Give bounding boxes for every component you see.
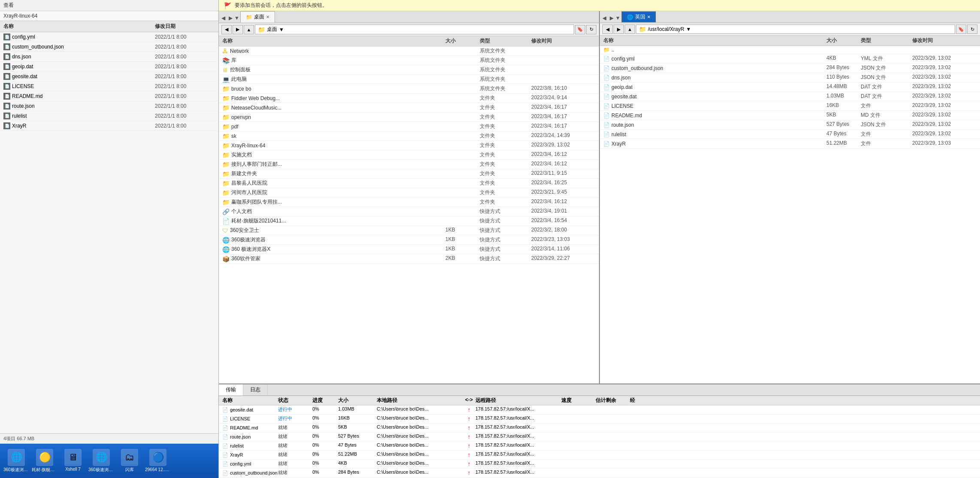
- desktop-file-row[interactable]: 💻 此电脑 系统文件夹: [219, 75, 599, 84]
- transfer-file-icon: 📄: [222, 461, 228, 467]
- taskbar-item[interactable]: 🌐 360极速浏览器X: [3, 449, 29, 473]
- transfer-row[interactable]: 📄 XrayR 就绪 0% 51.22MB C:\Users\bruce bo\…: [219, 451, 980, 460]
- col-date-header[interactable]: 修改时间: [531, 37, 596, 45]
- desktop-file-row[interactable]: 📁 sk 文件夹 2022/3/24, 14:39: [219, 131, 599, 141]
- remote-tab[interactable]: 🌐 英国 ✕: [621, 11, 656, 23]
- desktop-file-row[interactable]: 🛡 360安全卫士 1KB 快捷方式 2022/3/2, 18:00: [219, 226, 599, 235]
- remote-nav-fwd-btn[interactable]: ▶: [609, 13, 614, 23]
- desktop-file-row[interactable]: 📦 360软件管家 2KB 快捷方式 2022/3/29, 22:27: [219, 254, 599, 264]
- transfer-row[interactable]: 📄 config.yml 就绪 0% 4KB C:\Users\bruce bo…: [219, 460, 980, 469]
- bookmark-btn[interactable]: 🔖: [575, 25, 585, 34]
- transfer-row[interactable]: 📄 LICENSE 进行中 0% 16KB C:\Users\bruce bo\…: [219, 414, 980, 423]
- desktop-tab-close[interactable]: ✕: [266, 15, 269, 19]
- desktop-file-row[interactable]: 📁 NeteaseCloudMusic... 文件夹 2022/3/4, 16:…: [219, 103, 599, 113]
- remote-up-btn[interactable]: ▲: [625, 24, 635, 34]
- remote-file-row[interactable]: 📄 config.yml 4KB YML 文件 2022/3/29, 13:02: [600, 54, 980, 64]
- remote-file-row[interactable]: 📁 ..: [600, 46, 980, 54]
- remote-col-date-header[interactable]: 修改时间: [912, 37, 977, 44]
- remote-file-row[interactable]: 📄 rulelist 47 Bytes 文件 2022/3/29, 13:02: [600, 130, 980, 139]
- transfer-row[interactable]: 📄 custom_outbound.json 就绪 0% 284 Bytes C…: [219, 469, 980, 478]
- desktop-file-row[interactable]: 📄 耗材-旗舰版20210411... 快捷方式 2022/3/4, 16:54: [219, 216, 599, 226]
- desktop-file-row[interactable]: 📁 新建文件夹 文件夹 2022/3/11, 9:15: [219, 169, 599, 179]
- path-dropdown-btn[interactable]: ▼: [279, 27, 284, 33]
- remote-col-type-header[interactable]: 类型: [861, 37, 912, 44]
- left-panel-status: 4项目 66.7 MB: [0, 433, 218, 444]
- transfer-row[interactable]: 📄 rulelist 就绪 0% 47 Bytes C:\Users\bruce…: [219, 441, 980, 451]
- desktop-file-row[interactable]: 📚 库 系统文件夹: [219, 56, 599, 65]
- remote-file-row[interactable]: 📄 custom_outbound.json 284 Bytes JSON 文件…: [600, 64, 980, 73]
- tab-transfer[interactable]: 传输: [219, 384, 243, 396]
- left-file-row[interactable]: 📄 XrayR 2022/1/1 8:00: [0, 121, 218, 131]
- remote-bookmark-btn[interactable]: 🔖: [956, 24, 966, 34]
- col-name-header[interactable]: 名称: [222, 37, 445, 45]
- tab-log[interactable]: 日志: [243, 384, 268, 396]
- taskbar-item[interactable]: 🔵 29664 12... 监库下载...: [145, 449, 171, 473]
- col-size-header[interactable]: 大小: [445, 37, 480, 45]
- desktop-file-row[interactable]: 📁 昌黎县人民医院 文件夹 2022/3/4, 16:25: [219, 179, 599, 188]
- remote-file-row[interactable]: 📄 route.json 527 Bytes JSON 文件 2022/3/29…: [600, 120, 980, 130]
- nav-down-btn[interactable]: ▼: [233, 13, 240, 23]
- refresh-btn[interactable]: ↻: [586, 25, 596, 34]
- desktop-panel: ◀ ▶ ▲ 📁 桌面 ▼ 🔖 ↻ 名称 大小 类型 修改时间: [219, 23, 600, 384]
- back-btn[interactable]: ◀: [221, 25, 232, 34]
- left-file-row[interactable]: 📄 LICENSE 2022/1/1 8:00: [0, 82, 218, 91]
- transfer-row[interactable]: 📄 geosite.dat 进行中 0% 1.03MB C:\Users\bru…: [219, 405, 980, 414]
- left-panel-header: 查看: [0, 0, 218, 11]
- desktop-file-row[interactable]: 🖧 Network 系统文件夹: [219, 46, 599, 56]
- nav-fwd-btn[interactable]: ▶: [228, 13, 233, 23]
- desktop-file-row[interactable]: 🖥 控制面板 系统文件夹: [219, 65, 599, 75]
- left-file-row[interactable]: 📄 geoip.dat 2022/1/1 8:00: [0, 62, 218, 72]
- remote-file-row[interactable]: 📄 geoip.dat 14.48MB DAT 文件 2022/3/29, 13…: [600, 82, 980, 92]
- taskbar-item[interactable]: 🖥 Xshell 7: [60, 449, 86, 473]
- upload-arrow-icon: ↑: [468, 415, 471, 422]
- transfer-row[interactable]: 📄 route.json 就绪 0% 527 Bytes C:\Users\br…: [219, 432, 980, 441]
- left-file-table-header: 名称 修改日期: [0, 21, 218, 32]
- left-file-row[interactable]: 📄 config.yml 2022/1/1 8:00: [0, 32, 218, 42]
- desktop-file-row[interactable]: 📁 XrayR-linux-64 文件夹 2022/3/29, 13:02: [219, 141, 599, 150]
- file-type-icon: 📁: [222, 152, 230, 158]
- desktop-file-row[interactable]: 🌐 360极速浏览器 1KB 快捷方式 2022/3/23, 13:03: [219, 235, 599, 245]
- remote-path-bar: 📁 /usr/local/XrayR ▼: [636, 24, 955, 34]
- desktop-file-row[interactable]: 📁 bruce bo 系统文件夹 2022/3/8, 16:10: [219, 84, 599, 94]
- desktop-file-row[interactable]: 📁 接到人事部门转正邮... 文件夹 2022/3/4, 16:12: [219, 160, 599, 169]
- taskbar-item[interactable]: 🌐 360极速浏览器: [88, 449, 114, 473]
- forward-btn[interactable]: ▶: [233, 25, 243, 34]
- left-panel-breadcrumb: XrayR-linux-64: [0, 11, 218, 21]
- desktop-file-row[interactable]: 📁 openvpn 文件夹 2022/3/4, 16:17: [219, 113, 599, 122]
- desktop-file-row[interactable]: 📁 Fiddler Web Debug... 文件夹 2022/3/24, 9:…: [219, 94, 599, 103]
- nav-back-btn[interactable]: ◀: [219, 13, 228, 23]
- remote-file-row[interactable]: 📄 dns.json 110 Bytes JSON 文件 2022/3/29, …: [600, 73, 980, 82]
- taskbar-item[interactable]: 🟡 耗材-旗舰版2021041...: [32, 449, 57, 473]
- remote-col-name-header[interactable]: 名称: [603, 37, 826, 44]
- desktop-file-row[interactable]: 📁 赢咖系列团队专用挂... 文件夹 2022/3/4, 16:12: [219, 198, 599, 207]
- remote-nav-back-btn[interactable]: ◀: [600, 13, 609, 23]
- remote-file-row[interactable]: 📄 LICENSE 16KB 文件 2022/3/29, 13:02: [600, 101, 980, 111]
- transfer-row[interactable]: 📄 README.md 就绪 0% 5KB C:\Users\bruce bo\…: [219, 423, 980, 432]
- remote-file-row[interactable]: 📄 README.md 5KB MD 文件 2022/3/29, 13:02: [600, 111, 980, 120]
- upload-arrow-icon: ↑: [468, 424, 471, 431]
- left-file-row[interactable]: 📄 route.json 2022/1/1 8:00: [0, 101, 218, 111]
- remote-path-dropdown-btn[interactable]: ▼: [686, 26, 691, 32]
- remote-forward-btn[interactable]: ▶: [614, 24, 624, 34]
- remote-tab-close[interactable]: ✕: [647, 15, 650, 19]
- left-file-row[interactable]: 📄 README.md 2022/1/1 8:00: [0, 91, 218, 101]
- up-btn[interactable]: ▲: [244, 25, 254, 34]
- left-file-row[interactable]: 📄 geosite.dat 2022/1/1 8:00: [0, 72, 218, 82]
- left-file-row[interactable]: 📄 custom_outbound.json 2022/1/1 8:00: [0, 42, 218, 52]
- desktop-file-row[interactable]: 📁 实施文档 文件夹 2022/3/4, 16:12: [219, 150, 599, 160]
- desktop-tab[interactable]: 📁 桌面 ✕: [240, 11, 275, 23]
- desktop-file-row[interactable]: 📁 河间市人民医院 文件夹 2022/3/21, 9:45: [219, 188, 599, 198]
- remote-col-size-header[interactable]: 大小: [826, 37, 861, 44]
- col-type-header[interactable]: 类型: [480, 37, 531, 45]
- remote-file-row[interactable]: 📄 geosite.dat 1.03MB DAT 文件 2022/3/29, 1…: [600, 92, 980, 101]
- remote-nav-down-btn[interactable]: ▼: [614, 13, 621, 23]
- remote-refresh-btn[interactable]: ↻: [967, 24, 977, 34]
- remote-back-btn[interactable]: ◀: [602, 24, 613, 34]
- desktop-file-row[interactable]: 🌐 360 极速浏览器X 1KB 快捷方式 2022/3/14, 11:06: [219, 245, 599, 254]
- taskbar-item[interactable]: 🗂 闪库: [117, 449, 142, 473]
- left-file-row[interactable]: 📄 dns.json 2022/1/1 8:00: [0, 52, 218, 62]
- left-file-row[interactable]: 📄 rulelist 2022/1/1 8:00: [0, 111, 218, 121]
- desktop-file-row[interactable]: 🔗 个人文档 快捷方式 2022/3/4, 19:01: [219, 207, 599, 216]
- remote-file-row[interactable]: 📄 XrayR 51.22MB 文件 2022/3/29, 13:03: [600, 139, 980, 149]
- desktop-file-row[interactable]: 📁 pdf 文件夹 2022/3/4, 16:17: [219, 122, 599, 131]
